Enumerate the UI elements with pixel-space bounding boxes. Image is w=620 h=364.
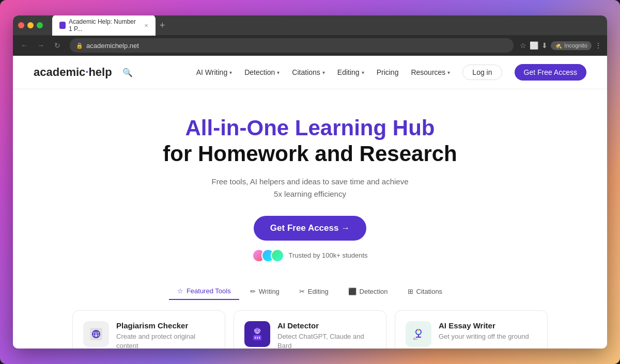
plagiarism-icon <box>83 321 109 347</box>
nav-detection[interactable]: Detection ▾ <box>244 68 280 76</box>
svg-point-4 <box>96 331 97 333</box>
svg-point-15 <box>415 331 417 333</box>
url-text: academichelp.net <box>86 42 139 50</box>
close-button[interactable] <box>18 22 24 28</box>
download-icon[interactable]: ⬇ <box>541 41 548 50</box>
refresh-button[interactable]: ↻ <box>51 41 64 50</box>
chevron-down-icon: ▾ <box>322 70 325 75</box>
tab-editing[interactable]: ✂ Editing <box>290 283 337 300</box>
trust-text: Trusted by 100k+ students <box>288 251 367 259</box>
card-essay-writer[interactable]: AI Essay Writer Get your writing off the… <box>395 310 548 349</box>
svg-point-9 <box>259 330 260 331</box>
star-icon: ☆ <box>177 287 183 295</box>
trust-row: Trusted by 100k+ students <box>34 249 586 262</box>
lock-icon: 🔒 <box>76 42 83 49</box>
forward-button[interactable]: → <box>35 41 47 50</box>
nav-citations[interactable]: Citations ▾ <box>292 68 324 76</box>
hero-title-black: for Homework and Research <box>34 141 586 167</box>
tabs-row: ☆ Featured Tools ✏ Writing ✂ Editing ⬛ D… <box>13 278 607 300</box>
hero-cta-button[interactable]: Get Free Access → <box>254 216 366 241</box>
traffic-lights <box>18 22 43 28</box>
essay-writer-icon <box>406 321 431 347</box>
login-button[interactable]: Log in <box>462 65 502 80</box>
url-bar[interactable]: 🔒 academichelp.net <box>70 38 514 53</box>
logo-text-1: academic <box>34 66 85 79</box>
new-tab-button[interactable]: + <box>160 20 165 31</box>
card-text-plagiarism: Plagiarism Checker Create and protect or… <box>116 321 214 349</box>
svg-point-16 <box>420 331 422 333</box>
incognito-icon: 🕵 <box>555 42 562 49</box>
navbar: academic · help 🔍 AI Writing ▾ Detection… <box>13 56 607 89</box>
citations-icon: ⊞ <box>408 288 413 295</box>
tab-citations[interactable]: ⊞ Citations <box>399 283 452 300</box>
hero-subtitle: Free tools, AI helpers and ideas to save… <box>34 176 586 200</box>
hero-section: All-in-One Learning Hub for Homework and… <box>13 89 607 278</box>
nav-editing[interactable]: Editing ▾ <box>337 68 364 76</box>
tab-close-icon[interactable]: ✕ <box>144 23 148 28</box>
incognito-badge: 🕵 Incognito <box>551 41 592 50</box>
nav-pricing[interactable]: Pricing <box>377 68 399 76</box>
logo: academic · help <box>34 66 112 79</box>
chevron-down-icon: ▾ <box>447 70 450 75</box>
nav-links: AI Writing ▾ Detection ▾ Citations ▾ Edi… <box>196 64 586 81</box>
cards-grid: Plagiarism Checker Create and protect or… <box>52 310 568 349</box>
screenshot-icon[interactable]: ⬜ <box>530 41 538 50</box>
trust-avatars <box>252 249 284 262</box>
chevron-down-icon: ▾ <box>277 70 280 75</box>
get-free-access-button[interactable]: Get Free Access <box>515 64 586 81</box>
ai-detector-icon <box>244 321 270 347</box>
incognito-label: Incognito <box>564 42 587 49</box>
chevron-down-icon: ▾ <box>229 70 232 75</box>
tab-featured-tools[interactable]: ☆ Featured Tools <box>169 283 239 300</box>
card-text-ai-detector: AI Detector Detect ChatGPT, Claude and B… <box>277 321 376 349</box>
card-ai-detector[interactable]: AI Detector Detect ChatGPT, Claude and B… <box>234 310 386 349</box>
hero-title-colored: All-in-One Learning Hub <box>34 115 586 141</box>
tab-title: Academic Help: Number 1 P... <box>69 18 139 33</box>
svg-point-19 <box>417 329 420 331</box>
writing-icon: ✏ <box>250 288 256 295</box>
address-bar: ← → ↻ 🔒 academichelp.net ☆ ⬜ ⬇ 🕵 Incogni… <box>13 35 607 56</box>
svg-point-8 <box>255 330 256 331</box>
logo-text-2: help <box>88 66 112 79</box>
card-plagiarism-checker[interactable]: Plagiarism Checker Create and protect or… <box>72 310 225 349</box>
browser-actions: ☆ ⬜ ⬇ 🕵 Incognito ⋮ <box>520 41 602 50</box>
bookmark-icon[interactable]: ☆ <box>520 41 526 50</box>
active-tab[interactable]: Academic Help: Number 1 P... ✕ <box>52 15 156 36</box>
search-icon[interactable]: 🔍 <box>122 68 133 77</box>
detection-icon: ⬛ <box>348 288 357 295</box>
tab-writing[interactable]: ✏ Writing <box>241 283 288 300</box>
tab-favicon <box>59 22 66 29</box>
editing-icon: ✂ <box>299 288 305 295</box>
chevron-down-icon: ▾ <box>362 70 364 75</box>
menu-icon[interactable]: ⋮ <box>595 41 602 50</box>
avatar <box>271 249 284 262</box>
nav-resources[interactable]: Resources ▾ <box>411 68 450 76</box>
back-button[interactable]: ← <box>18 41 30 50</box>
maximize-button[interactable] <box>37 22 43 28</box>
nav-ai-writing[interactable]: AI Writing ▾ <box>196 68 232 76</box>
tab-detection[interactable]: ⬛ Detection <box>339 283 397 300</box>
card-text-essay-writer: AI Essay Writer Get your writing off the… <box>439 321 529 341</box>
page-content: academic · help 🔍 AI Writing ▾ Detection… <box>13 56 607 349</box>
tab-bar: Academic Help: Number 1 P... ✕ + <box>13 15 607 35</box>
minimize-button[interactable] <box>27 22 34 28</box>
